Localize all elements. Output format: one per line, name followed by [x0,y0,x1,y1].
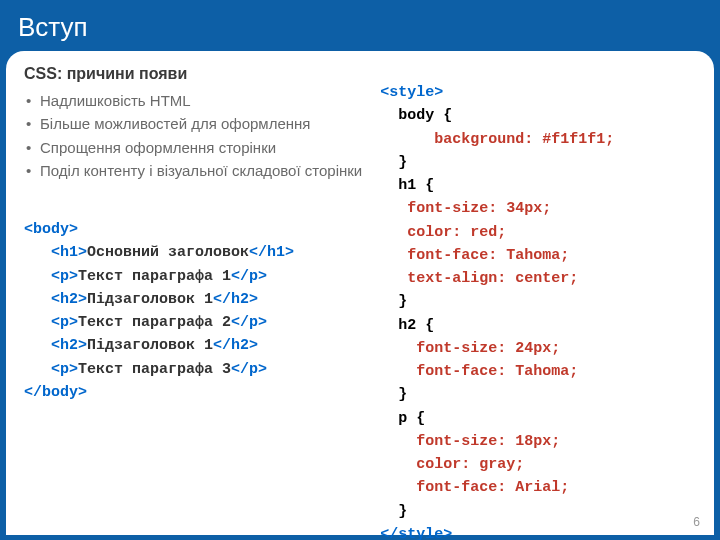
code-token: Текст параграфа 2 [78,314,231,331]
code-token: color: red; [380,224,506,241]
code-token: </p> [231,314,267,331]
code-token: </p> [231,361,267,378]
code-token: </h2> [213,291,258,308]
code-token: } [380,293,407,310]
code-token: text-align: center; [380,270,578,287]
code-token: <p> [24,268,78,285]
code-token: } [380,386,407,403]
slide-content: CSS: причини появи Надлишковість HTML Бі… [6,51,714,535]
slide-title: Вступ [0,0,720,51]
left-column: CSS: причини появи Надлишковість HTML Бі… [24,65,380,525]
code-token: <h1> [24,244,87,261]
code-token: </style> [380,526,452,540]
list-item: Більше можливостей для оформлення [26,112,374,135]
code-token: background: #f1f1f1; [380,131,614,148]
code-token: h1 { [380,177,434,194]
code-token: </h2> [213,337,258,354]
code-token: Текст параграфа 3 [78,361,231,378]
code-token: <p> [24,314,78,331]
code-token: </h1> [249,244,294,261]
code-token: } [380,503,407,520]
code-token: <style> [380,84,443,101]
code-token: <h2> [24,291,87,308]
list-item: Надлишковість HTML [26,89,374,112]
list-item: Поділ контенту і візуальної складової ст… [26,159,374,182]
list-item: Спрощення оформлення сторінки [26,136,374,159]
code-token: font-face: Tahoma; [380,363,578,380]
subtitle: CSS: причини появи [24,65,374,83]
code-token: } [380,154,407,171]
code-token: <h2> [24,337,87,354]
code-token: </body> [24,384,87,401]
code-token: font-size: 24px; [380,340,560,357]
css-code-sample: <style> body { background: #f1f1f1; } h1… [380,81,696,540]
code-token: </p> [231,268,267,285]
code-token: Основний заголовок [87,244,249,261]
code-token: <p> [24,361,78,378]
code-token: Підзаголовок 1 [87,291,213,308]
code-token: font-size: 34px; [380,200,551,217]
bullet-list: Надлишковість HTML Більше можливостей дл… [24,89,374,182]
code-token: h2 { [380,317,434,334]
code-token: p { [380,410,425,427]
code-token: Текст параграфа 1 [78,268,231,285]
code-token: Підзаголовок 1 [87,337,213,354]
page-number: 6 [693,515,700,529]
code-token: <body> [24,221,78,238]
code-token: body { [380,107,452,124]
right-column: <style> body { background: #f1f1f1; } h1… [380,65,696,525]
code-token: font-face: Arial; [380,479,569,496]
code-token: font-size: 18px; [380,433,560,450]
code-token: color: gray; [380,456,524,473]
code-token: font-face: Tahoma; [380,247,569,264]
html-code-sample: <body> <h1>Основний заголовок</h1> <p>Те… [24,218,374,404]
